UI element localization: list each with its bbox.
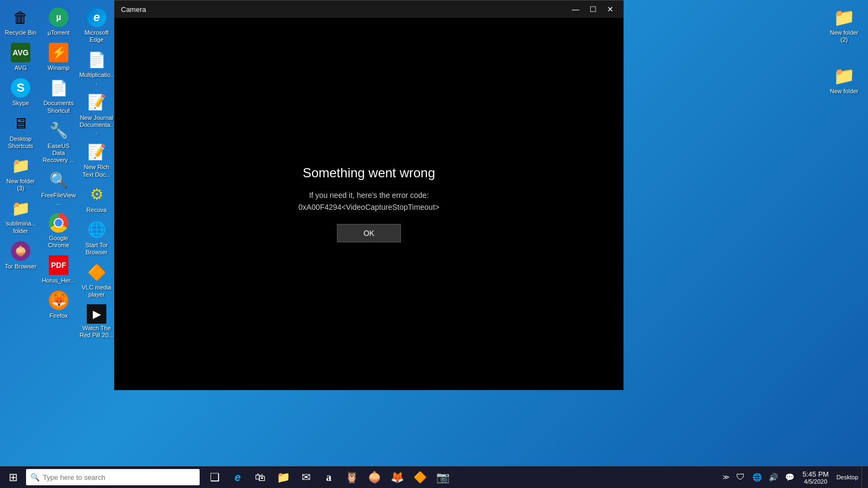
error-message: If you need it, here's the error code: 0…	[298, 189, 439, 214]
camera-window: Camera — ☐ ✕ Something went wrong If you…	[114, 0, 624, 390]
new-richtext-icon[interactable]: 📝 New Rich Text Doc...	[77, 139, 116, 180]
right-desktop-icons: 📁 New folder (2) 📁 New folder	[825, 4, 864, 98]
vlc-desktop-icon[interactable]: 🔶 VLC media player	[77, 259, 116, 300]
icon-column-2: µ µTorrent ⚡ Winamp 📄 Documents Shortcut…	[38, 0, 76, 466]
left-sidebar: 🗑 Recycle Bin AVG AVG S Skype 🖥 Desktop …	[0, 0, 114, 466]
notification-tray-icon[interactable]: 💬	[782, 466, 797, 488]
taskbar: ⊞ 🔍 ❑ e 🛍 📁 ✉ a 🦉 🧅 🦊 🔶 📷 ≫ 🛡 🌐 🔊 💬 5:45…	[0, 466, 868, 488]
firefox-taskbar-icon[interactable]: 🦊	[386, 466, 408, 488]
window-titlebar: Camera — ☐ ✕	[114, 1, 623, 18]
tripadvisor-taskbar-icon[interactable]: 🦉	[341, 466, 362, 488]
search-input[interactable]	[43, 473, 195, 481]
minimize-button[interactable]: —	[569, 3, 582, 16]
new-journal-icon[interactable]: 📝 New Journal Documenta...	[77, 89, 116, 138]
freefileview-icon[interactable]: 🔍 FreeFileView...	[39, 167, 78, 208]
taskbar-search[interactable]: 🔍	[26, 469, 200, 485]
error-title: Something went wrong	[303, 165, 435, 181]
desktop-shortcuts-icon[interactable]: 🖥 Desktop Shortcuts	[1, 111, 40, 152]
multiplication-icon[interactable]: 📄 Multiplicatio...	[77, 47, 116, 88]
window-controls: — ☐ ✕	[569, 3, 617, 16]
store-taskbar-icon[interactable]: 🛍	[250, 466, 271, 488]
antivirus-tray-icon[interactable]: 🛡	[733, 466, 748, 488]
windows-logo-icon: ⊞	[9, 471, 18, 484]
show-desktop-button[interactable]	[861, 466, 866, 488]
video-icon[interactable]: ▶ Watch The Red Pill 20...	[77, 302, 116, 341]
new-folder3-icon[interactable]: 📁 New folder (3)	[1, 153, 40, 194]
task-view-icon[interactable]: ❑	[204, 466, 226, 488]
google-chrome-desktop-icon[interactable]: Google Chrome	[39, 210, 78, 251]
show-hidden-icons[interactable]: ≫	[720, 473, 732, 481]
recuva-icon[interactable]: ⚙ Recuva	[77, 182, 116, 216]
skype-icon[interactable]: S Skype	[1, 75, 40, 109]
amazon-taskbar-icon[interactable]: a	[318, 466, 340, 488]
subliminal-folder-icon[interactable]: 📁 'sublimina... folder	[1, 195, 40, 236]
tor-browser-desktop-icon[interactable]: 🧅 Tor Browser	[1, 238, 40, 272]
search-icon: 🔍	[30, 473, 40, 481]
taskbar-icon-group: ❑ e 🛍 📁 ✉ a 🦉 🧅 🦊 🔶 📷	[204, 466, 454, 488]
vlc-taskbar-icon[interactable]: 🔶	[409, 466, 431, 488]
explorer-taskbar-icon[interactable]: 📁	[272, 466, 294, 488]
documents-shortcut-icon[interactable]: 📄 Documents Shortcut	[39, 75, 78, 116]
desktop-label[interactable]: Desktop	[834, 474, 860, 480]
icon-column-3: e Microsoft Edge 📄 Multiplicatio... 📝 Ne…	[76, 0, 114, 466]
utorrent-icon[interactable]: µ µTorrent	[39, 4, 78, 38]
camera-taskbar-icon[interactable]: 📷	[432, 466, 454, 488]
avg-icon[interactable]: AVG AVG	[1, 40, 40, 74]
start-tor-icon[interactable]: 🌐 Start Tor Browser	[77, 217, 116, 258]
clock-date: 4/5/2020	[804, 478, 827, 485]
new-folder-icon[interactable]: 📁 New folder	[825, 63, 864, 97]
mail-taskbar-icon[interactable]: ✉	[295, 466, 317, 488]
volume-tray-icon[interactable]: 🔊	[765, 466, 781, 488]
maximize-button[interactable]: ☐	[586, 3, 599, 16]
firefox-desktop-icon[interactable]: 🦊 Firefox	[39, 287, 78, 322]
start-button[interactable]: ⊞	[0, 466, 26, 488]
winamp-icon[interactable]: ⚡ Winamp	[39, 40, 78, 74]
recycle-bin-icon[interactable]: 🗑 Recycle Bin	[1, 4, 40, 38]
system-clock[interactable]: 5:45 PM 4/5/2020	[798, 470, 833, 485]
tor-taskbar-icon[interactable]: 🧅	[363, 466, 385, 488]
horus-icon[interactable]: PDF Horus_Her...	[39, 252, 78, 286]
network-tray-icon[interactable]: 🌐	[749, 466, 764, 488]
easeus-icon[interactable]: 🔧 EaseUS Data Recovery ...	[39, 118, 78, 166]
icon-column-1: 🗑 Recycle Bin AVG AVG S Skype 🖥 Desktop …	[0, 0, 38, 466]
desktop: 🗑 Recycle Bin AVG AVG S Skype 🖥 Desktop …	[0, 0, 868, 466]
close-button[interactable]: ✕	[604, 3, 617, 16]
edge-taskbar-icon[interactable]: e	[227, 466, 248, 488]
window-body: Something went wrong If you need it, her…	[114, 18, 623, 390]
ok-button[interactable]: OK	[337, 224, 401, 242]
clock-time: 5:45 PM	[802, 470, 828, 478]
new-folder2-icon[interactable]: 📁 New folder (2)	[825, 4, 864, 46]
microsoft-edge-icon[interactable]: e Microsoft Edge	[77, 4, 116, 46]
window-title: Camera	[121, 5, 146, 14]
taskbar-tray: ≫ 🛡 🌐 🔊 💬 5:45 PM 4/5/2020 Desktop	[720, 466, 868, 488]
